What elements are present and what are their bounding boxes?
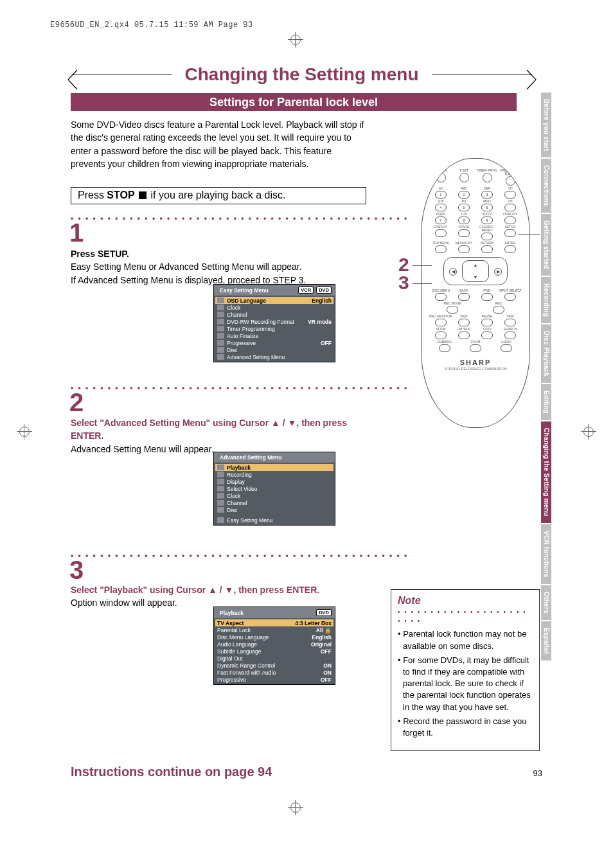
remote-button-col: FWD: [475, 289, 499, 301]
adv-menu-title: Advanced Setting Menu: [220, 454, 332, 461]
menu-row-icon: [217, 500, 224, 506]
side-tab[interactable]: Before you start: [541, 93, 551, 157]
menu-row-value: ON: [323, 662, 332, 669]
tag-dvd: DVD: [316, 609, 332, 616]
menu-row-label: Disc: [227, 507, 332, 513]
remote-button-col: ABC 2: [452, 187, 475, 199]
nav-enter: ▲ ▼: [462, 260, 489, 282]
section-title-row: Changing the Setting menu: [58, 64, 546, 85]
remote-label: CLEAR/C-RESET: [475, 226, 499, 232]
menu-row-label: Timer Programming: [227, 326, 329, 332]
nav-right-icon: ▶: [494, 268, 502, 276]
remote-button: [439, 344, 450, 352]
remote-button: [458, 245, 470, 253]
side-tab[interactable]: Getting started: [541, 214, 551, 276]
remote-label: FWD: [483, 289, 490, 292]
side-tab[interactable]: Editing: [541, 384, 551, 420]
menu-row-label: Auto Finalize: [227, 333, 329, 339]
remote-label: SKIP: [460, 315, 467, 318]
remote-button: [481, 319, 493, 326]
remote-button: [501, 344, 512, 352]
menu-row-icon: [217, 319, 224, 324]
menu-row: DVD-RW Recording Format VR mode: [215, 318, 333, 325]
remote-button: [435, 293, 447, 301]
menu-row-value: OFF: [321, 340, 332, 346]
remote-button: [435, 245, 447, 253]
remote-label: DISPLAY: [434, 226, 448, 229]
registration-mark-right: [581, 424, 596, 439]
remote-button-col: ZOOM: [464, 341, 487, 352]
remote-button-col: MNO 6: [475, 200, 499, 211]
side-tab[interactable]: Disc Playback: [541, 324, 551, 383]
remote-button: [481, 233, 493, 240]
remote-button: [435, 332, 447, 339]
remote-button: [504, 319, 516, 326]
remote-label: REC MODE: [444, 302, 461, 305]
remote-label: PQRS: [436, 213, 445, 216]
side-tab[interactable]: VCR functions: [541, 524, 551, 584]
menu-row-label: Audio Language: [217, 641, 311, 648]
side-tab[interactable]: Connections: [541, 159, 551, 213]
side-tab[interactable]: Español: [541, 621, 551, 660]
menu-row: Channel: [215, 311, 333, 318]
side-tab[interactable]: Changing the Setting menu: [541, 421, 551, 523]
menu-row-value: VR mode: [308, 319, 332, 325]
remote-label: REC MONITOR: [429, 315, 452, 318]
menu-row: Dynamic Range Control ON: [215, 662, 333, 669]
remote-label: SKIP: [506, 315, 513, 318]
remote-button-col: BACK: [452, 289, 475, 301]
step-3-number: 3: [69, 556, 84, 585]
side-tab[interactable]: Others: [541, 585, 551, 620]
remote-button: [458, 229, 470, 237]
remote-button: 7: [435, 217, 447, 224]
advanced-setting-menu: Advanced Setting Menu Playback Recording…: [213, 452, 335, 526]
stop-instruction-box: Press STOP if you are playing back a dis…: [71, 187, 366, 204]
playback-menu: Playback DVD TV Aspect 4:3 Letter BoxPar…: [213, 607, 335, 685]
remote-button-col: AUDIO: [495, 341, 518, 352]
remote-label: MENU/LIST: [456, 242, 473, 245]
remote-button-col: RETURN: [475, 242, 499, 253]
menu-row: Disc: [215, 346, 333, 353]
remote-button-col: TUV 8: [452, 213, 475, 224]
remote-label: SPACE: [459, 226, 470, 229]
menu-row-label: DVD-RW Recording Format: [227, 319, 305, 325]
remote-brand: SHARP: [427, 359, 524, 366]
menu-row: Auto Finalize: [215, 332, 333, 339]
remote-label: CH: [508, 187, 512, 190]
remote-button: 3: [481, 191, 493, 199]
stop-word: STOP: [107, 190, 134, 200]
menu-row-label: Parental Lock: [217, 627, 316, 633]
registration-mark-bottom: [288, 800, 303, 815]
menu-row-label: Playback: [227, 465, 332, 471]
menu-row: Progressive OFF: [215, 676, 333, 683]
menu-row-value: Original: [311, 641, 332, 648]
menu-row: Playback: [215, 464, 333, 471]
menu-row: Recording: [215, 471, 333, 478]
remote-label: TOP MENU: [432, 242, 449, 245]
remote-button: [470, 344, 481, 352]
remote-button: [481, 332, 493, 339]
registration-mark-top: [288, 32, 303, 48]
remote-label: DEF: [484, 187, 490, 190]
remote-button: [435, 229, 447, 237]
side-tab[interactable]: Recording: [541, 277, 551, 323]
step-3-heading: Select "Playback" using Cursor ▲ / ▼, th…: [71, 585, 319, 595]
remote-button: 4: [435, 204, 447, 211]
nav-up-icon: ▲: [463, 263, 488, 267]
remote-label: PAUSE: [482, 315, 493, 318]
menu-row: Clock: [215, 304, 333, 311]
remote-button: [483, 173, 492, 182]
remote-button: 6: [481, 204, 493, 211]
remote-label: TIMER PROG.: [476, 169, 497, 172]
menu-row: Subtitle Language OFF: [215, 648, 333, 655]
remote-button: [481, 245, 493, 253]
remote-button-col: JKL 5: [452, 200, 475, 211]
remote-button-col: SETUP: [499, 226, 522, 240]
menu-row: Timer Programming: [215, 325, 333, 332]
menu-row-value: OFF: [321, 648, 332, 655]
remote-button: 2: [458, 191, 470, 199]
remote-button-col: REC MONITOR: [429, 315, 452, 326]
remote-button: [506, 176, 515, 186]
remote-button: [504, 191, 516, 199]
menu-row: Display: [215, 478, 333, 485]
